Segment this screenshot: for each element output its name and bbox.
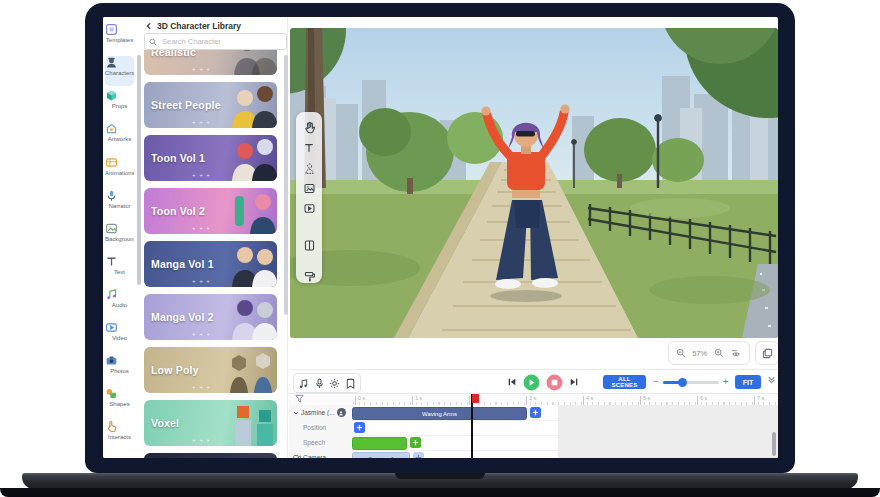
zoom-level: 57% <box>692 349 707 358</box>
card-low-poly[interactable]: Low Poly + + + <box>144 347 277 393</box>
slider-plus[interactable]: + <box>723 377 729 387</box>
search-icon <box>149 38 157 46</box>
image-tool[interactable] <box>302 182 316 195</box>
slider-knob[interactable] <box>678 378 687 387</box>
video-icon <box>105 321 134 334</box>
templates-icon <box>105 23 134 36</box>
divider <box>290 369 778 370</box>
card-street-people[interactable]: Street People + + + <box>144 82 277 128</box>
paint-roller-tool[interactable] <box>302 270 316 283</box>
card-manga-vol-2[interactable]: Manga Vol 2 + + + <box>144 294 277 340</box>
fit-button[interactable]: FIT <box>735 375 761 389</box>
animation-clip[interactable]: Waving Arms <box>352 407 527 420</box>
track-header-character[interactable]: Jasmine (... <box>293 405 351 420</box>
camera-icon <box>293 454 301 458</box>
video-tool[interactable] <box>302 202 316 215</box>
sidebar-item-artworks[interactable]: Artworks <box>105 122 134 152</box>
zoom-in-icon[interactable] <box>714 348 724 358</box>
transport-controls <box>507 373 579 391</box>
timeline-out-of-scene-area <box>558 405 778 458</box>
narrator-icon <box>105 189 134 202</box>
viewport-canvas[interactable] <box>290 28 778 338</box>
zoom-controls: 57% <box>668 341 750 365</box>
slider-track[interactable] <box>663 381 719 384</box>
character-tool[interactable] <box>302 162 316 175</box>
sidebar-item-templates[interactable]: Templates <box>105 23 134 53</box>
background-icon <box>105 222 134 235</box>
photos-icon <box>105 354 134 367</box>
music-icon[interactable] <box>298 378 309 389</box>
search-input[interactable] <box>160 36 274 47</box>
sidebar-item-video[interactable]: Video <box>105 321 134 351</box>
sidebar-item-narrator[interactable]: Narrator <box>105 189 134 219</box>
card-toon-vol-2[interactable]: Toon Vol 2 + + + <box>144 188 277 234</box>
animations-icon <box>105 156 134 169</box>
library-scrollbar[interactable] <box>284 55 288 315</box>
preview-eye-icon[interactable] <box>730 348 742 358</box>
storyboard-tool[interactable] <box>302 239 316 252</box>
playhead-handle[interactable] <box>472 394 479 403</box>
sidebar-item-props[interactable]: Props <box>105 89 134 119</box>
skip-end-button[interactable] <box>569 377 579 387</box>
zoom-out-icon[interactable] <box>676 348 686 358</box>
sidebar-item-animations[interactable]: Animations <box>105 156 134 186</box>
ruler-tick: 7 s <box>754 395 764 401</box>
timeline-zoom-slider: − + <box>653 373 731 391</box>
ruler-tick: 4 s <box>583 395 593 401</box>
track-header-camera[interactable]: Camera <box>293 450 351 458</box>
sidebar-item-audio[interactable]: Audio <box>105 288 134 318</box>
ruler-tick: 0 s <box>355 395 365 401</box>
filter-icon[interactable] <box>295 394 304 403</box>
skip-start-button[interactable] <box>507 377 517 387</box>
back-icon[interactable] <box>145 22 153 30</box>
character-library-panel: 3D Character Library Realistic + + + Str… <box>141 17 288 458</box>
record-stop-button[interactable] <box>546 374 563 391</box>
timeline-track-headers: Jasmine (... Position Speech Camera <box>289 405 353 458</box>
character-avatar[interactable] <box>337 408 346 417</box>
props-icon <box>105 89 134 102</box>
sidebar-item-photos[interactable]: Photos <box>105 354 134 384</box>
ruler-tick: 5 s <box>640 395 650 401</box>
sidebar-item-interacts[interactable]: Interacts <box>105 420 134 450</box>
card-realistic[interactable]: Realistic + + + <box>144 50 277 75</box>
search-box[interactable] <box>144 33 287 50</box>
play-button[interactable] <box>523 374 540 391</box>
laptop-trackpad-notch <box>395 473 485 479</box>
camera-clip[interactable]: Camera 1 <box>352 452 410 458</box>
card-manga-vol-1[interactable]: Manga Vol 1 + + + <box>144 241 277 287</box>
sidebar-item-background[interactable]: Background <box>105 222 134 252</box>
timeline-collapse-icon[interactable] <box>767 375 776 384</box>
card-voxel[interactable]: Voxel + + + <box>144 400 277 446</box>
artworks-icon <box>105 122 134 135</box>
pan-hand-tool[interactable] <box>302 121 316 134</box>
speech-clip[interactable] <box>352 437 407 450</box>
add-speech-button[interactable] <box>410 437 421 448</box>
add-camera-button[interactable] <box>413 452 424 458</box>
card-next[interactable] <box>144 453 277 458</box>
ruler-tick: 3 s <box>526 395 536 401</box>
slider-minus[interactable]: − <box>653 377 659 387</box>
all-scenes-button[interactable]: ALL SCENES <box>603 375 646 389</box>
text-tool[interactable] <box>302 141 316 154</box>
sidebar-item-text[interactable]: Text <box>105 255 134 285</box>
sidebar-item-characters[interactable]: Characters <box>105 56 134 86</box>
track-header-speech[interactable]: Speech <box>293 435 361 450</box>
sidebar-item-shapes[interactable]: Shapes <box>105 387 134 417</box>
bookmark-icon[interactable] <box>345 378 356 389</box>
add-position-button[interactable] <box>354 422 365 433</box>
laptop-shadow <box>0 488 880 497</box>
duplicate-view-button[interactable] <box>755 341 778 365</box>
chevron-down-icon[interactable] <box>293 410 299 416</box>
add-animation-button[interactable] <box>530 407 541 418</box>
playhead-line[interactable] <box>471 394 473 458</box>
mic-icon[interactable] <box>314 378 325 389</box>
nav-rail: Templates Characters Props Artworks Anim… <box>103 17 136 458</box>
card-toon-vol-1[interactable]: Toon Vol 1 + + + <box>144 135 277 181</box>
character-card-list: Realistic + + + Street People + + + Toon… <box>144 50 277 458</box>
media-tools <box>293 373 361 393</box>
park-scene <box>290 28 778 338</box>
light-icon[interactable] <box>329 378 340 389</box>
timeline-scrollbar[interactable] <box>772 432 776 456</box>
interacts-icon <box>105 420 134 433</box>
track-header-position[interactable]: Position <box>293 420 361 435</box>
